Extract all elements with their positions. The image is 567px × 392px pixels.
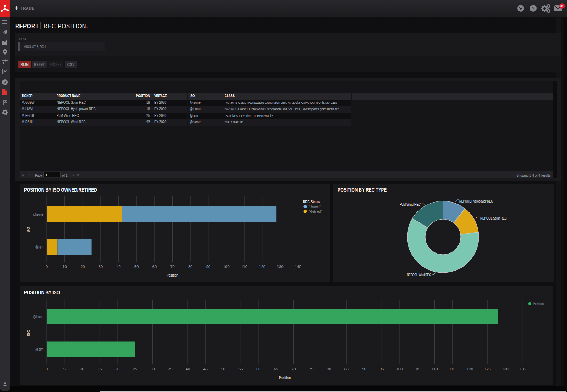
svg-text:100: 100 [223, 265, 229, 269]
svg-text:70: 70 [291, 367, 296, 371]
svg-text:110: 110 [241, 265, 247, 269]
svg-text:130: 130 [277, 265, 283, 269]
svg-text:75: 75 [309, 367, 313, 371]
svg-text:PJM Wind REC: PJM Wind REC [400, 202, 421, 206]
svg-text:20: 20 [80, 265, 85, 269]
svg-text:10: 10 [62, 265, 67, 269]
svg-text:120: 120 [259, 265, 265, 269]
svg-text:15: 15 [97, 367, 102, 371]
svg-text:85: 85 [344, 367, 349, 371]
svg-text:10: 10 [80, 367, 84, 371]
svg-text:130: 130 [502, 367, 508, 371]
svg-text:80: 80 [327, 367, 331, 371]
svg-text:NEPOOL Hydropower REC: NEPOOL Hydropower REC [459, 199, 493, 203]
svg-text:90: 90 [206, 265, 210, 269]
svg-text:35: 35 [168, 367, 172, 371]
svg-text:135: 135 [520, 367, 526, 371]
svg-text:65: 65 [274, 367, 278, 371]
svg-text:Position: Position [167, 273, 178, 277]
svg-text:60: 60 [152, 265, 157, 269]
svg-text:55: 55 [238, 367, 243, 371]
svg-text:5: 5 [63, 367, 66, 371]
svg-text:30: 30 [150, 367, 155, 371]
svg-text:NEPOOL Wind REC: NEPOOL Wind REC [407, 273, 431, 277]
svg-text:90: 90 [362, 367, 366, 371]
svg-text:110: 110 [432, 367, 438, 371]
svg-text:50: 50 [134, 265, 139, 269]
svg-text:30: 30 [99, 265, 103, 269]
svg-text:Position: Position [533, 302, 544, 306]
svg-text:NEPOOL Solar REC: NEPOOL Solar REC [480, 216, 507, 220]
svg-text:50: 50 [221, 367, 225, 371]
svg-text:115: 115 [449, 367, 456, 371]
svg-text:@pjm: @pjm [35, 347, 43, 351]
svg-text:"Owned": "Owned" [309, 205, 321, 209]
svg-text:@isone: @isone [33, 212, 44, 216]
svg-text:100: 100 [396, 367, 403, 371]
svg-text:ISO: ISO [26, 227, 30, 233]
svg-text:ISO: ISO [26, 329, 30, 336]
svg-text:25: 25 [133, 367, 137, 371]
svg-text:40: 40 [186, 367, 190, 371]
svg-text:70: 70 [170, 265, 174, 269]
svg-text:60: 60 [256, 367, 260, 371]
svg-text:45: 45 [203, 367, 208, 371]
svg-text:"Retired": "Retired" [309, 210, 322, 214]
svg-text:120: 120 [467, 367, 473, 371]
svg-text:REC Status: REC Status [303, 200, 320, 204]
svg-text:140: 140 [295, 265, 301, 269]
svg-text:80: 80 [188, 265, 192, 269]
svg-text:@pjm: @pjm [35, 244, 43, 249]
svg-text:?: ? [532, 6, 535, 11]
svg-text:0: 0 [46, 367, 48, 371]
svg-text:@isone: @isone [33, 314, 44, 319]
svg-text:95: 95 [380, 367, 384, 371]
svg-text:105: 105 [414, 367, 420, 371]
svg-text:20: 20 [115, 367, 119, 371]
svg-text:Position: Position [279, 376, 291, 380]
svg-text:40: 40 [116, 265, 120, 269]
svg-text:0: 0 [46, 265, 48, 269]
svg-text:125: 125 [484, 367, 491, 371]
